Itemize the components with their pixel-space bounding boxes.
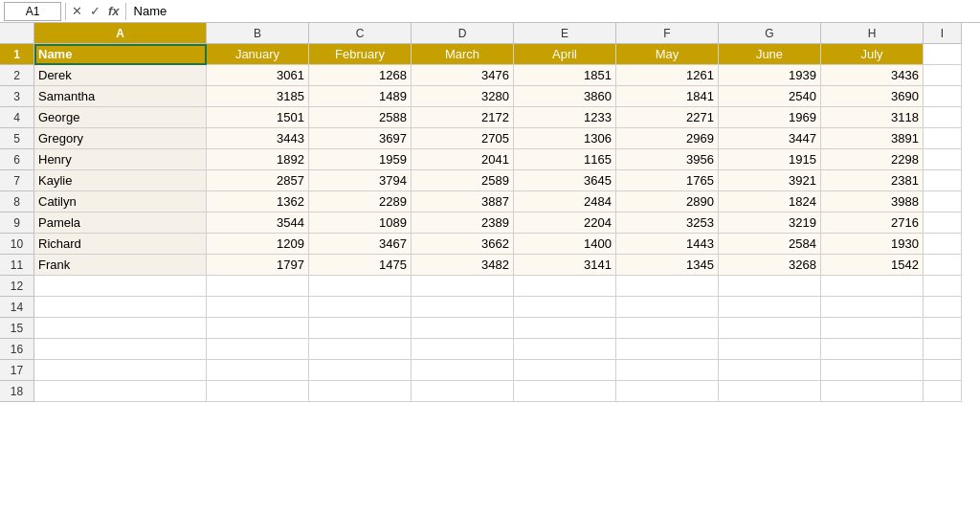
col-header-b[interactable]: B bbox=[207, 23, 309, 44]
cell-d8[interactable]: 3887 bbox=[412, 191, 514, 213]
cell-b6[interactable]: 1892 bbox=[207, 149, 309, 170]
col-header-a[interactable]: A bbox=[34, 23, 207, 44]
cell-b7[interactable]: 2857 bbox=[207, 170, 309, 191]
cell-i9[interactable] bbox=[924, 213, 962, 234]
cell-a17[interactable] bbox=[34, 360, 207, 381]
cell-f4[interactable]: 2271 bbox=[616, 107, 719, 128]
cell-g8[interactable]: 1824 bbox=[719, 191, 821, 213]
col-header-c[interactable]: C bbox=[309, 23, 412, 44]
row-num-5[interactable]: 5 bbox=[0, 128, 34, 149]
formula-input[interactable] bbox=[130, 4, 976, 18]
row-num-16[interactable]: 16 bbox=[0, 339, 34, 360]
cell-g3[interactable]: 2540 bbox=[719, 86, 821, 107]
cell-g1[interactable]: June bbox=[719, 44, 821, 65]
cell-g6[interactable]: 1915 bbox=[719, 149, 821, 170]
cell-f3[interactable]: 1841 bbox=[616, 86, 719, 107]
cell-f11[interactable]: 1345 bbox=[616, 255, 719, 276]
cell-c18[interactable] bbox=[309, 381, 412, 402]
formula-cancel-icon[interactable]: ✕ bbox=[70, 4, 84, 18]
cell-e3[interactable]: 3860 bbox=[514, 86, 616, 107]
cell-i7[interactable] bbox=[924, 170, 962, 191]
row-num-7[interactable]: 7 bbox=[0, 170, 34, 191]
cell-g9[interactable]: 3219 bbox=[719, 213, 821, 234]
cell-h5[interactable]: 3891 bbox=[821, 128, 924, 149]
cell-c17[interactable] bbox=[309, 360, 412, 381]
cell-f8[interactable]: 2890 bbox=[616, 191, 719, 213]
cell-c11[interactable]: 1475 bbox=[309, 255, 412, 276]
row-num-4[interactable]: 4 bbox=[0, 107, 34, 128]
cell-e12[interactable] bbox=[514, 276, 616, 297]
cell-d15[interactable] bbox=[412, 318, 514, 339]
cell-h10[interactable]: 1930 bbox=[821, 234, 924, 255]
row-num-3[interactable]: 3 bbox=[0, 86, 34, 107]
cell-i3[interactable] bbox=[924, 86, 962, 107]
cell-a15[interactable] bbox=[34, 318, 207, 339]
row-num-15[interactable]: 15 bbox=[0, 318, 34, 339]
row-num-2[interactable]: 2 bbox=[0, 65, 34, 86]
cell-d2[interactable]: 3476 bbox=[412, 65, 514, 86]
row-num-17[interactable]: 17 bbox=[0, 360, 34, 381]
cell-f18[interactable] bbox=[616, 381, 719, 402]
cell-i6[interactable] bbox=[924, 149, 962, 170]
cell-i2[interactable] bbox=[924, 65, 962, 86]
cell-h1[interactable]: July bbox=[821, 44, 924, 65]
cell-d11[interactable]: 3482 bbox=[412, 255, 514, 276]
cell-g4[interactable]: 1969 bbox=[719, 107, 821, 128]
row-num-10[interactable]: 10 bbox=[0, 234, 34, 255]
col-header-i[interactable]: I bbox=[924, 23, 962, 44]
cell-e17[interactable] bbox=[514, 360, 616, 381]
cell-h7[interactable]: 2381 bbox=[821, 170, 924, 191]
cell-c5[interactable]: 3697 bbox=[309, 128, 412, 149]
cell-d16[interactable] bbox=[412, 339, 514, 360]
col-header-g[interactable]: G bbox=[719, 23, 821, 44]
cell-e5[interactable]: 1306 bbox=[514, 128, 616, 149]
cell-b4[interactable]: 1501 bbox=[207, 107, 309, 128]
cell-a6[interactable]: Henry bbox=[34, 149, 207, 170]
cell-a18[interactable] bbox=[34, 381, 207, 402]
cell-a2[interactable]: Derek bbox=[34, 65, 207, 86]
cell-e1[interactable]: April bbox=[514, 44, 616, 65]
cell-b16[interactable] bbox=[207, 339, 309, 360]
cell-h9[interactable]: 2716 bbox=[821, 213, 924, 234]
cell-c15[interactable] bbox=[309, 318, 412, 339]
cell-h4[interactable]: 3118 bbox=[821, 107, 924, 128]
cell-i10[interactable] bbox=[924, 234, 962, 255]
cell-d14[interactable] bbox=[412, 297, 514, 318]
cell-g5[interactable]: 3447 bbox=[719, 128, 821, 149]
cell-h3[interactable]: 3690 bbox=[821, 86, 924, 107]
cell-h16[interactable] bbox=[821, 339, 924, 360]
cell-h18[interactable] bbox=[821, 381, 924, 402]
row-num-9[interactable]: 9 bbox=[0, 213, 34, 234]
cell-c3[interactable]: 1489 bbox=[309, 86, 412, 107]
cell-g15[interactable] bbox=[719, 318, 821, 339]
cell-h8[interactable]: 3988 bbox=[821, 191, 924, 213]
cell-b10[interactable]: 1209 bbox=[207, 234, 309, 255]
cell-b5[interactable]: 3443 bbox=[207, 128, 309, 149]
cell-f5[interactable]: 2969 bbox=[616, 128, 719, 149]
cell-a1[interactable]: Name bbox=[34, 44, 207, 65]
cell-a16[interactable] bbox=[34, 339, 207, 360]
cell-a9[interactable]: Pamela bbox=[34, 213, 207, 234]
cell-e4[interactable]: 1233 bbox=[514, 107, 616, 128]
cell-reference-box[interactable] bbox=[4, 2, 61, 21]
cell-c8[interactable]: 2289 bbox=[309, 191, 412, 213]
row-num-14[interactable]: 14 bbox=[0, 297, 34, 318]
cell-i17[interactable] bbox=[924, 360, 962, 381]
cell-a12[interactable] bbox=[34, 276, 207, 297]
cell-g16[interactable] bbox=[719, 339, 821, 360]
cell-g14[interactable] bbox=[719, 297, 821, 318]
cell-c16[interactable] bbox=[309, 339, 412, 360]
cell-h15[interactable] bbox=[821, 318, 924, 339]
cell-e6[interactable]: 1165 bbox=[514, 149, 616, 170]
cell-f14[interactable] bbox=[616, 297, 719, 318]
cell-i16[interactable] bbox=[924, 339, 962, 360]
cell-i11[interactable] bbox=[924, 255, 962, 276]
cell-i14[interactable] bbox=[924, 297, 962, 318]
cell-c7[interactable]: 3794 bbox=[309, 170, 412, 191]
cell-b18[interactable] bbox=[207, 381, 309, 402]
cell-e8[interactable]: 2484 bbox=[514, 191, 616, 213]
cell-e11[interactable]: 3141 bbox=[514, 255, 616, 276]
formula-fx-icon[interactable]: fx bbox=[106, 4, 122, 18]
cell-a10[interactable]: Richard bbox=[34, 234, 207, 255]
cell-d10[interactable]: 3662 bbox=[412, 234, 514, 255]
